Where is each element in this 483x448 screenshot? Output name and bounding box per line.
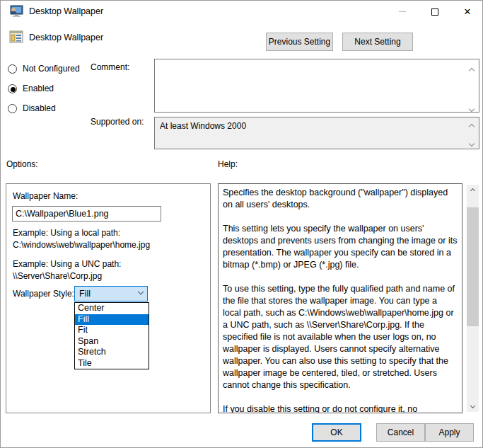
scroll-up-icon [470, 121, 475, 127]
cancel-button[interactable]: Cancel [376, 423, 425, 442]
options-section-label: Options: [6, 159, 38, 169]
scroll-up-icon[interactable] [470, 63, 475, 69]
close-icon: ✕ [464, 7, 472, 16]
radio-circle-icon [8, 64, 17, 74]
dropdown-option-fit[interactable]: Fit [75, 325, 149, 336]
dropdown-option-center[interactable]: Center [75, 303, 149, 314]
example-local-label: Example: Using a local path: [13, 228, 120, 238]
dropdown-option-fill[interactable]: Fill [75, 314, 149, 326]
scroll-down-icon[interactable] [470, 101, 475, 107]
wallpaper-name-input[interactable] [12, 206, 161, 222]
chevron-down-icon [470, 403, 475, 408]
wallpaper-style-combobox[interactable]: Fill [74, 286, 148, 301]
scrollbar-down-button[interactable] [467, 400, 479, 412]
desktop-wallpaper-dialog: Desktop Wallpaper ✕ Desktop Wallpaper Pr… [0, 0, 483, 448]
policy-setting-icon [9, 30, 23, 43]
radio-label: Disabled [23, 103, 56, 113]
comment-label: Comment: [91, 62, 129, 72]
radio-circle-checked-icon [8, 84, 17, 93]
radio-label: Enabled [23, 84, 54, 93]
setting-title: Desktop Wallpaper [29, 33, 103, 42]
radio-not-configured[interactable]: Not Configured [8, 63, 80, 74]
wallpaper-name-label: Wallpaper Name: [13, 191, 78, 201]
supported-on-field: At least Windows 2000 [154, 117, 479, 149]
combobox-value: Fill [79, 289, 91, 299]
wallpaper-style-label: Wallpaper Style: [13, 289, 74, 299]
minimize-icon [399, 11, 406, 12]
help-paragraph: If you disable this setting or do not co… [223, 403, 458, 413]
comment-textarea[interactable] [154, 59, 479, 113]
help-paragraph: Specifies the desktop background ("wallp… [223, 187, 458, 211]
help-paragraph: To use this setting, type the fully qual… [223, 283, 458, 391]
maximize-button[interactable] [419, 1, 451, 23]
ok-button[interactable]: OK [312, 423, 361, 442]
chevron-up-icon [470, 188, 475, 193]
group-policy-monitor-icon [9, 5, 23, 18]
options-panel: Wallpaper Name: Example: Using a local p… [6, 183, 211, 413]
next-setting-button[interactable]: Next Setting [342, 33, 413, 51]
wallpaper-style-dropdown: Center Fill Fit Span Stretch Tile [74, 302, 149, 369]
title-bar: Desktop Wallpaper ✕ [1, 1, 482, 23]
chevron-down-icon [138, 289, 144, 294]
close-button[interactable]: ✕ [451, 1, 483, 23]
example-local-path: C:\windows\web\wallpaper\home.jpg [13, 240, 150, 250]
radio-disabled[interactable]: Disabled [8, 103, 56, 114]
help-paragraph: This setting lets you specify the wallpa… [223, 223, 458, 271]
radio-label: Not Configured [23, 64, 80, 74]
maximize-icon [431, 8, 438, 16]
previous-setting-button[interactable]: Previous Setting [266, 33, 333, 51]
help-section-label: Help: [218, 159, 238, 169]
scroll-down-icon [470, 138, 475, 144]
help-scrollbar[interactable] [467, 185, 479, 412]
apply-button[interactable]: Apply [425, 423, 474, 442]
supported-on-label: Supported on: [91, 117, 144, 127]
example-unc-label: Example: Using a UNC path: [13, 259, 121, 269]
example-unc-path: \\Server\Share\Corp.jpg [13, 271, 102, 281]
scrollbar-thumb[interactable] [467, 207, 479, 326]
dropdown-option-tile[interactable]: Tile [75, 358, 149, 369]
help-text-area: Specifies the desktop background ("wallp… [218, 183, 462, 413]
scrollbar-up-button[interactable] [467, 185, 479, 197]
dropdown-option-stretch[interactable]: Stretch [75, 347, 149, 358]
radio-circle-icon [8, 104, 17, 113]
window-title: Desktop Wallpaper [29, 6, 103, 16]
dropdown-option-span[interactable]: Span [75, 336, 149, 348]
radio-enabled[interactable]: Enabled [8, 83, 54, 94]
minimize-button[interactable] [386, 1, 419, 23]
supported-on-value: At least Windows 2000 [160, 121, 246, 131]
